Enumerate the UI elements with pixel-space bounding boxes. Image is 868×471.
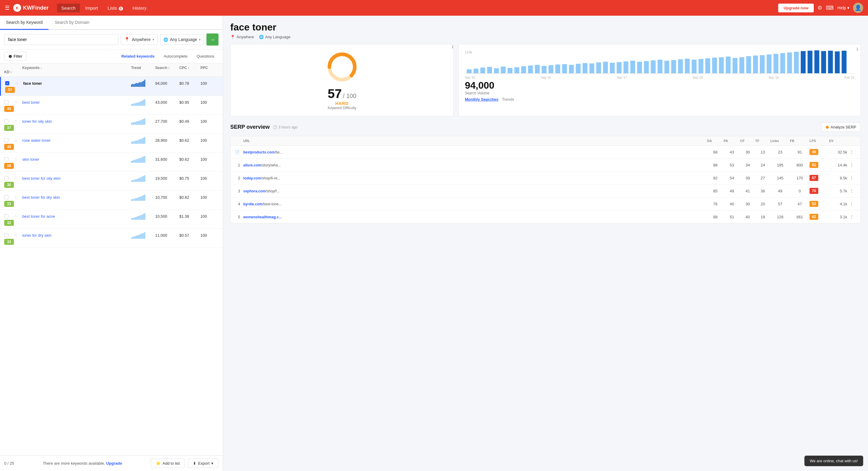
serp-tf: 36 <box>755 189 770 193</box>
add-to-list-button[interactable]: ⭐ Add to list <box>151 459 185 468</box>
table-row: ☆ best toner for oily skin 19,500 $0.75 … <box>0 172 223 191</box>
language-selector[interactable]: 🌐 Any Language ▾ <box>160 34 204 45</box>
keyword-text[interactable]: skin toner <box>22 157 131 161</box>
tab-monthly-searches[interactable]: Monthly Searches <box>465 97 498 101</box>
star-icon[interactable]: ☆ <box>14 233 22 238</box>
star-icon[interactable]: ☆ <box>14 176 22 181</box>
kd-info-icon[interactable]: ℹ <box>452 44 453 49</box>
serp-more-icon[interactable]: ⋮ <box>847 163 856 167</box>
tab-search-by-keyword[interactable]: Search by Keyword <box>0 16 49 30</box>
row-checkbox[interactable] <box>4 176 8 180</box>
svg-rect-22 <box>603 62 608 73</box>
serp-more-icon[interactable]: ⋮ <box>847 201 856 206</box>
star-icon[interactable]: ☆ <box>14 119 22 124</box>
user-avatar[interactable]: 👤 <box>853 3 863 13</box>
clock-icon: 🕐 <box>273 125 277 129</box>
kd-score: 57 / 100 <box>328 87 356 101</box>
keyword-text[interactable]: rose water toner <box>22 138 131 143</box>
serp-more-icon[interactable]: ⋮ <box>847 176 856 180</box>
header-search[interactable]: Search ↕ <box>155 66 179 70</box>
volume-info-icon[interactable]: ℹ <box>857 47 858 52</box>
row-checkbox[interactable] <box>4 214 8 218</box>
help-button[interactable]: Help ▾ <box>837 5 849 10</box>
tab-related-keywords[interactable]: Related keywords <box>117 52 159 60</box>
serp-da: 68 <box>707 150 724 154</box>
keyword-text[interactable]: toner for oily skin <box>22 119 131 124</box>
serp-url-link[interactable]: sephora.com/shop/f... <box>243 189 280 193</box>
tab-trends[interactable]: Trends <box>502 97 514 101</box>
serp-lps-badge: 62 <box>809 162 818 168</box>
upgrade-button[interactable]: Upgrade now <box>778 4 814 12</box>
keyword-text[interactable]: best toner <box>22 100 131 105</box>
row-checkbox[interactable]: ✓ <box>5 81 9 85</box>
star-icon[interactable]: ☆ <box>14 157 22 161</box>
nav-lists[interactable]: Lists 0 <box>103 4 127 12</box>
chart-x-axis-labels: Sep '15 Sep '16 Sep '17 Sep '18 Sep '19 … <box>465 76 855 79</box>
metric-cards-row: ℹ 57 / 100 HARD Keyword Difficulty ℹ <box>230 44 861 116</box>
svg-rect-38 <box>712 58 717 73</box>
star-icon[interactable]: ☆ <box>15 81 23 86</box>
serp-header-da: DA <box>707 139 724 143</box>
serp-da: 88 <box>707 163 724 167</box>
row-checkbox[interactable] <box>4 138 8 142</box>
serp-url-link[interactable]: allure.com/story/wha... <box>243 163 281 167</box>
keyword-text[interactable]: best toner for dry skin <box>22 195 131 200</box>
serp-cf: 39 <box>740 176 755 180</box>
settings-icon[interactable]: ⚙ <box>817 4 822 11</box>
export-button[interactable]: ⬇ Export ▾ <box>188 459 218 468</box>
star-icon[interactable]: ☆ <box>14 138 22 143</box>
star-icon[interactable]: ☆ <box>14 100 22 105</box>
nav-search[interactable]: Search <box>57 4 80 12</box>
serp-title: SERP overview 🕐 3 hours ago <box>230 124 298 130</box>
search-go-button[interactable]: → <box>207 33 218 46</box>
serp-more-icon[interactable]: ⋮ <box>847 214 856 219</box>
meta-language: 🌐 Any Language <box>259 35 290 39</box>
filter-button[interactable]: Filter <box>4 52 27 61</box>
search-volume: 10,500 <box>155 214 179 218</box>
serp-url-link[interactable]: today.com/shop/6-re... <box>243 176 280 180</box>
nav-import[interactable]: Import <box>81 4 102 12</box>
chat-widget[interactable]: We are online, chat with us! <box>804 455 863 466</box>
tab-questions[interactable]: Questions <box>192 52 218 60</box>
serp-url-link[interactable]: bestproducts.com/be... <box>243 150 283 154</box>
serp-url-link[interactable]: byrdie.com/best-tone... <box>243 202 281 206</box>
serp-url-link[interactable]: womenshealthmag.c... <box>243 215 282 219</box>
keyword-text[interactable]: toner for dry skin <box>22 233 131 238</box>
keyword-text[interactable]: face toner <box>23 81 131 86</box>
row-checkbox[interactable] <box>4 195 8 199</box>
serp-cf: 41 <box>740 189 755 193</box>
tab-search-by-domain[interactable]: Search by Domain <box>49 16 95 30</box>
row-checkbox[interactable] <box>4 157 8 161</box>
location-selector[interactable]: 📍 Anywhere ▾ <box>121 34 157 45</box>
kd-badge: 33 <box>4 239 14 245</box>
header-cpc[interactable]: CPC ↕ <box>179 66 200 70</box>
cpc-value: $0.75 <box>179 176 200 181</box>
keyword-text[interactable]: best toner for acne <box>22 214 131 218</box>
serp-fb: 661 <box>790 215 809 219</box>
row-checkbox[interactable] <box>4 100 8 104</box>
language-flag-icon: 🌐 <box>163 37 168 42</box>
nav-history[interactable]: History <box>128 4 151 12</box>
row-checkbox[interactable] <box>4 119 8 123</box>
hamburger-menu-icon[interactable]: ☰ <box>5 4 10 11</box>
header-keywords[interactable]: Keywords ↓ <box>22 66 131 70</box>
star-icon[interactable]: ☆ <box>14 214 22 218</box>
serp-lps-badge: 52 <box>809 201 818 207</box>
search-input[interactable] <box>4 34 119 45</box>
analyze-serp-button[interactable]: Analyze SERP <box>821 122 861 132</box>
tab-autocomplete[interactable]: Autocomplete <box>159 52 192 60</box>
app-logo: K KWFinder <box>13 4 49 12</box>
serp-more-icon[interactable]: ⋮ <box>847 188 856 193</box>
keyboard-icon[interactable]: ⌨ <box>826 4 834 11</box>
header-kd[interactable]: KD ↕ <box>4 70 14 74</box>
upgrade-link[interactable]: Upgrade <box>106 461 122 466</box>
star-icon[interactable]: ☆ <box>14 195 22 200</box>
serp-more-icon[interactable]: ⋮ <box>847 150 856 154</box>
serp-pa: 43 <box>724 150 740 154</box>
ppc-value: 100 <box>200 195 218 200</box>
kd-badge: 57 <box>5 87 15 93</box>
keyword-text[interactable]: best toner for oily skin <box>22 176 131 181</box>
row-checkbox[interactable] <box>4 233 8 237</box>
volume-chart-area: 110k <box>465 50 855 78</box>
svg-rect-7 <box>501 67 506 73</box>
